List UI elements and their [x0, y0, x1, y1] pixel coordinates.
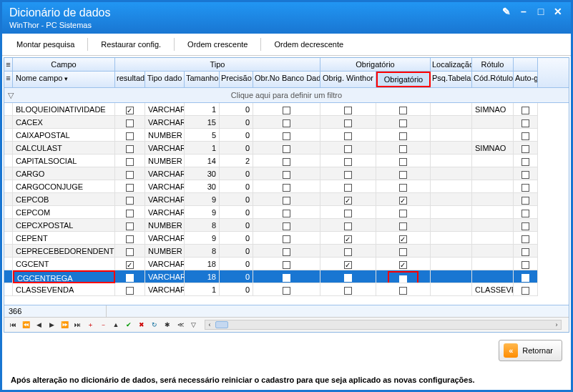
cell[interactable]	[115, 180, 145, 193]
cell[interactable]: 1	[185, 142, 220, 155]
cell[interactable]	[514, 193, 538, 206]
nav-bookmark-icon[interactable]: ✱	[162, 319, 173, 330]
cell[interactable]: 0	[220, 129, 253, 142]
cell[interactable]	[115, 232, 145, 245]
cell[interactable]	[431, 129, 472, 142]
cell[interactable]	[431, 270, 472, 283]
cell[interactable]	[472, 258, 514, 270]
nav-prev-page-icon[interactable]: ⏪	[20, 319, 31, 330]
cell[interactable]	[320, 219, 376, 232]
nav-last-icon[interactable]: ⏭	[72, 319, 83, 330]
cell[interactable]: VARCHAR	[145, 116, 185, 129]
cell[interactable]	[253, 155, 320, 167]
cell[interactable]	[472, 116, 514, 129]
table-row[interactable]: CALCULASTVARCHAR10SIMNAO	[4, 142, 569, 155]
cell[interactable]	[320, 129, 376, 142]
cell[interactable]: 9	[185, 193, 220, 206]
cell[interactable]	[253, 270, 320, 283]
cell[interactable]	[115, 103, 145, 116]
cell[interactable]	[253, 180, 320, 193]
cell[interactable]	[4, 258, 13, 270]
cell[interactable]	[115, 155, 145, 167]
cell[interactable]	[115, 270, 145, 283]
cell[interactable]: 0	[220, 245, 253, 258]
cell[interactable]	[4, 193, 13, 206]
cell[interactable]	[376, 129, 431, 142]
maximize-icon[interactable]: □	[535, 6, 547, 18]
cell[interactable]	[376, 258, 431, 270]
row-selector-header[interactable]: ≡	[4, 58, 13, 72]
cell[interactable]	[472, 245, 514, 258]
table-row[interactable]: CEPRECEBEDORENDENTNUMBER80	[4, 245, 569, 258]
cell[interactable]	[472, 167, 514, 180]
cell[interactable]	[320, 142, 376, 155]
table-row[interactable]: CLASSEVENDAVARCHAR10CLASSEVEN	[4, 283, 569, 296]
restaurar-config-button[interactable]: Restaurar config.	[94, 38, 168, 51]
col-cod-rotulo[interactable]: Cód.Rótulo	[472, 72, 514, 87]
cell[interactable]	[253, 232, 320, 245]
cell[interactable]	[320, 270, 376, 283]
cell[interactable]	[472, 193, 514, 206]
cell[interactable]	[431, 142, 472, 155]
cell[interactable]	[431, 180, 472, 193]
table-row[interactable]: CEPCOBVARCHAR90	[4, 193, 569, 206]
cell[interactable]	[253, 129, 320, 142]
col-precisao[interactable]: Precisão	[220, 72, 253, 87]
cell[interactable]	[4, 219, 13, 232]
cell[interactable]	[4, 167, 13, 180]
cell[interactable]	[514, 155, 538, 167]
nav-next-page-icon[interactable]: ⏩	[59, 319, 70, 330]
nav-first-icon[interactable]: ⏮	[7, 319, 19, 330]
table-row[interactable]: CEPCOMVARCHAR90	[4, 206, 569, 219]
scroll-thumb[interactable]	[215, 321, 228, 328]
cell[interactable]	[320, 258, 376, 270]
cell[interactable]	[514, 116, 538, 129]
cell[interactable]	[431, 206, 472, 219]
cell[interactable]: CGCENT	[13, 258, 115, 270]
cell[interactable]	[253, 116, 320, 129]
nav-goto-icon[interactable]: ≪	[175, 319, 186, 330]
cell[interactable]	[431, 219, 472, 232]
table-row[interactable]: BLOQUEIOINATIVIDADEVARCHAR10SIMNAO	[4, 103, 569, 116]
cell[interactable]: 0	[220, 103, 253, 116]
table-row[interactable]: CACEXVARCHAR150	[4, 116, 569, 129]
cell[interactable]: 0	[220, 270, 253, 283]
nav-post-icon[interactable]: ✔	[123, 319, 134, 330]
col-resultado[interactable]: resultad	[115, 72, 145, 87]
group-header-obrigatorio[interactable]: Obrigatório	[320, 58, 431, 72]
cell[interactable]	[472, 206, 514, 219]
cell[interactable]	[253, 193, 320, 206]
cell[interactable]: 30	[185, 180, 220, 193]
cell[interactable]: VARCHAR	[145, 142, 185, 155]
cell[interactable]	[514, 232, 538, 245]
cell[interactable]	[376, 103, 431, 116]
table-row[interactable]: CEPENTVARCHAR90	[4, 232, 569, 245]
cell[interactable]	[115, 142, 145, 155]
cell[interactable]	[472, 219, 514, 232]
cell[interactable]: SIMNAO	[472, 142, 514, 155]
cell[interactable]: 0	[220, 283, 253, 296]
cell[interactable]: 30	[185, 167, 220, 180]
cell[interactable]: 9	[185, 206, 220, 219]
cell[interactable]: CAPITALSOCIAL	[13, 155, 115, 167]
cell[interactable]	[253, 219, 320, 232]
cell[interactable]: NUMBER	[145, 219, 185, 232]
cell[interactable]: 0	[220, 167, 253, 180]
cell[interactable]	[376, 232, 431, 245]
cell[interactable]: 5	[185, 129, 220, 142]
ordem-decrescente-button[interactable]: Ordem decrescente	[267, 38, 351, 51]
cell[interactable]	[4, 180, 13, 193]
cell[interactable]: VARCHAR	[145, 103, 185, 116]
col-obrigatorio[interactable]: Obrigatório	[376, 72, 431, 87]
cell[interactable]: 8	[185, 219, 220, 232]
cell[interactable]: 0	[220, 180, 253, 193]
cell[interactable]	[253, 283, 320, 296]
cell[interactable]	[376, 219, 431, 232]
cell[interactable]: CEPENT	[13, 232, 115, 245]
cell[interactable]	[472, 129, 514, 142]
cell[interactable]: VARCHAR	[145, 206, 185, 219]
cell[interactable]	[514, 258, 538, 270]
cell[interactable]: 18	[185, 270, 220, 283]
cell[interactable]: CACEX	[13, 116, 115, 129]
col-indicator[interactable]: ≡	[4, 72, 13, 87]
